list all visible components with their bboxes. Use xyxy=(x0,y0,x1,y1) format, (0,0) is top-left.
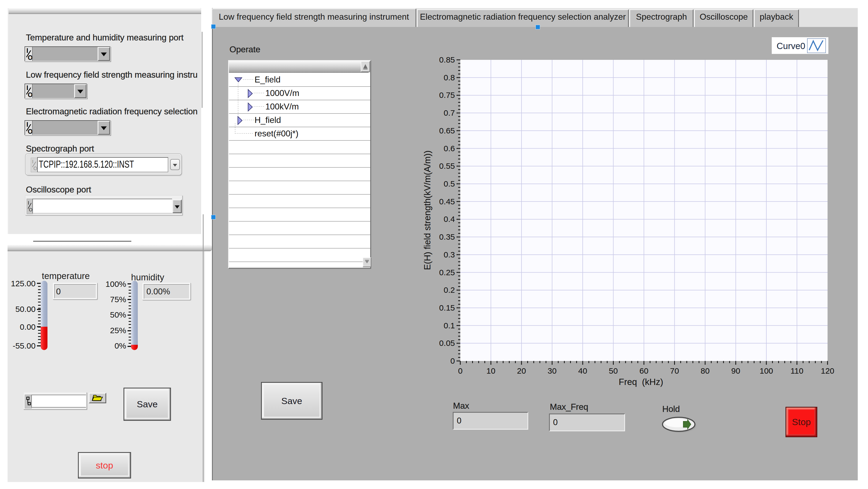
svg-text:I: I xyxy=(26,47,28,54)
svg-text:I: I xyxy=(26,84,28,91)
svg-text:120: 120 xyxy=(821,366,834,375)
svg-text:I: I xyxy=(32,159,33,164)
svg-text:0.75: 0.75 xyxy=(439,91,455,99)
svg-text:0.25: 0.25 xyxy=(439,268,455,277)
svg-text:0.1: 0.1 xyxy=(443,321,455,330)
svg-text:0.4: 0.4 xyxy=(443,215,455,224)
svg-text:0.6: 0.6 xyxy=(443,144,455,153)
svg-text:0.05: 0.05 xyxy=(439,338,455,348)
svg-text:O: O xyxy=(33,166,37,171)
svg-text:0: 0 xyxy=(450,356,455,365)
svg-text:0.3: 0.3 xyxy=(443,250,455,259)
svg-text:0.35: 0.35 xyxy=(439,232,455,241)
svg-text:25%: 25% xyxy=(110,326,126,335)
svg-text:0: 0 xyxy=(458,366,463,375)
svg-text:0.15: 0.15 xyxy=(439,303,455,312)
svg-text:I: I xyxy=(28,200,29,206)
svg-text:O: O xyxy=(28,54,32,61)
svg-text:50.00: 50.00 xyxy=(16,304,36,314)
svg-text:0.2: 0.2 xyxy=(443,286,455,294)
svg-text:0%: 0% xyxy=(115,341,126,350)
svg-text:0.85: 0.85 xyxy=(439,55,455,64)
svg-text:30: 30 xyxy=(548,366,557,375)
svg-text:40: 40 xyxy=(578,366,587,375)
svg-text:Curve0: Curve0 xyxy=(777,41,805,51)
svg-text:75%: 75% xyxy=(110,295,126,304)
svg-text:80: 80 xyxy=(701,366,709,375)
svg-text:temperature: temperature xyxy=(42,271,90,281)
svg-text:O: O xyxy=(28,91,32,98)
svg-text:O: O xyxy=(29,207,32,213)
svg-text:0.5: 0.5 xyxy=(443,179,455,188)
svg-text:50: 50 xyxy=(609,366,618,375)
svg-text:0.65: 0.65 xyxy=(439,126,455,135)
svg-text:125.00: 125.00 xyxy=(11,279,36,288)
svg-text:0.8: 0.8 xyxy=(443,73,455,82)
svg-text:0.45: 0.45 xyxy=(439,197,455,206)
svg-text:0.7: 0.7 xyxy=(443,108,455,117)
svg-text:Freq (kHz): Freq (kHz) xyxy=(619,377,663,387)
svg-text:humidity: humidity xyxy=(131,272,164,282)
svg-text:10: 10 xyxy=(487,366,495,375)
svg-text:60: 60 xyxy=(639,366,648,375)
svg-text:90: 90 xyxy=(731,366,740,375)
svg-text:70: 70 xyxy=(670,366,679,375)
svg-text:O: O xyxy=(28,128,32,135)
svg-text:100%: 100% xyxy=(105,280,126,288)
svg-text:110: 110 xyxy=(790,366,804,375)
svg-text:E(H) field strength(kV/m(A/m)): E(H) field strength(kV/m(A/m)) xyxy=(422,151,432,270)
svg-text:-55.00: -55.00 xyxy=(13,341,36,350)
svg-text:100: 100 xyxy=(760,366,773,375)
svg-text:0.55: 0.55 xyxy=(439,161,455,170)
svg-text:20: 20 xyxy=(517,366,526,375)
svg-text:I: I xyxy=(26,121,28,128)
svg-text:50%: 50% xyxy=(110,310,126,319)
svg-text:0.00: 0.00 xyxy=(20,322,36,331)
